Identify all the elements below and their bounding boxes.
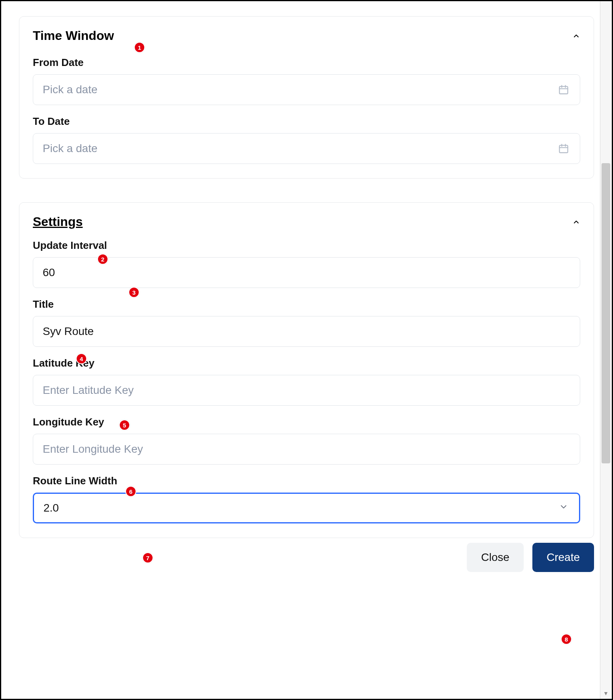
- from-date-label: From Date: [33, 56, 580, 69]
- scrollbar-thumb[interactable]: [602, 163, 610, 463]
- tour-badge-8: 8: [561, 634, 572, 645]
- calendar-icon[interactable]: [558, 143, 569, 154]
- tour-badge-3: 3: [128, 287, 140, 298]
- time-window-title: Time Window: [33, 28, 114, 43]
- svg-rect-4: [560, 145, 568, 153]
- close-button[interactable]: Close: [467, 543, 524, 572]
- scrollbar-track[interactable]: ▼: [600, 1, 612, 699]
- calendar-icon[interactable]: [558, 84, 569, 95]
- update-interval-label: Update Interval: [33, 239, 580, 252]
- route-line-width-select[interactable]: [33, 493, 580, 523]
- route-line-width-field: Route Line Width: [33, 475, 580, 523]
- collapse-icon[interactable]: [572, 32, 580, 40]
- from-date-field: From Date: [33, 56, 580, 105]
- dialog-footer: Close Create: [19, 543, 594, 572]
- latitude-key-field: Latitude Key: [33, 357, 580, 406]
- title-input[interactable]: [33, 316, 580, 347]
- time-window-header[interactable]: Time Window: [33, 28, 580, 43]
- tour-badge-4: 4: [76, 353, 87, 364]
- update-interval-input[interactable]: [33, 257, 580, 288]
- to-date-label: To Date: [33, 115, 580, 128]
- svg-rect-0: [560, 87, 568, 94]
- tour-badge-2: 2: [97, 254, 108, 265]
- longitude-key-field: Longitude Key: [33, 416, 580, 465]
- to-date-field: To Date: [33, 115, 580, 164]
- longitude-key-input[interactable]: [33, 434, 580, 465]
- title-label: Title: [33, 298, 580, 310]
- tour-badge-5: 5: [119, 420, 130, 431]
- update-interval-field: Update Interval: [33, 239, 580, 288]
- route-line-width-label: Route Line Width: [33, 475, 580, 487]
- from-date-input[interactable]: [33, 74, 580, 105]
- time-window-card: Time Window From Date To Date: [19, 16, 594, 179]
- title-field: Title: [33, 298, 580, 347]
- latitude-key-label: Latitude Key: [33, 357, 580, 369]
- settings-card: Settings Update Interval Title Latitude …: [19, 202, 594, 538]
- create-button[interactable]: Create: [532, 543, 594, 572]
- collapse-icon[interactable]: [572, 218, 580, 226]
- settings-header[interactable]: Settings: [33, 215, 580, 229]
- settings-title: Settings: [33, 215, 83, 229]
- tour-badge-7: 7: [142, 552, 153, 563]
- tour-badge-1: 1: [134, 42, 145, 53]
- dialog-viewport: Time Window From Date To Date: [0, 0, 613, 700]
- longitude-key-label: Longitude Key: [33, 416, 580, 428]
- to-date-input[interactable]: [33, 133, 580, 164]
- latitude-key-input[interactable]: [33, 375, 580, 406]
- scrollbar-down-icon[interactable]: ▼: [602, 690, 609, 697]
- tour-badge-6: 6: [125, 486, 136, 497]
